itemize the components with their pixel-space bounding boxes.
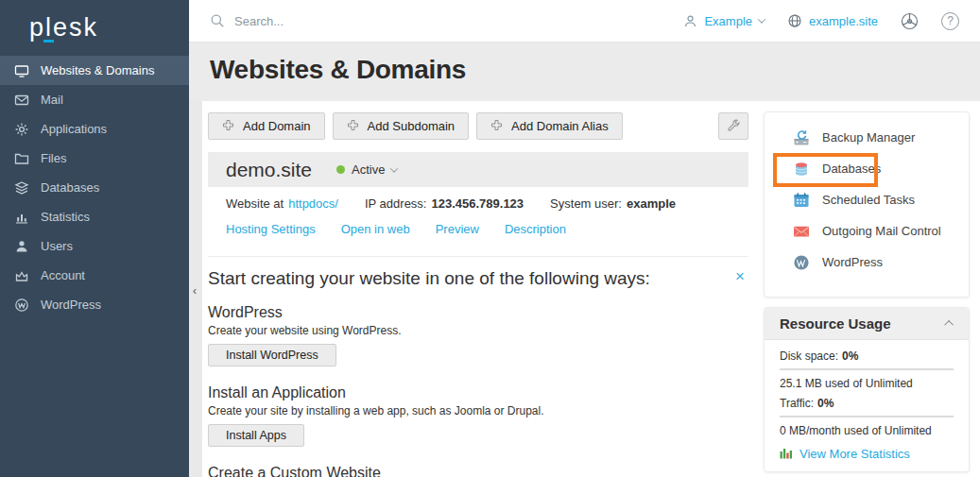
- mail-icon: [14, 93, 29, 108]
- domain-header: demo.site Active: [208, 152, 748, 187]
- bar-chart-icon: [14, 210, 29, 225]
- wordpress-section-heading: WordPress: [208, 304, 748, 321]
- site-link-label: example.site: [809, 14, 878, 28]
- gear-icon: [14, 122, 29, 137]
- add-domain-alias-button[interactable]: Add Domain Alias: [476, 112, 623, 140]
- website-at-label: Website at: [226, 196, 284, 212]
- view-more-statistics-link[interactable]: View More Statistics: [780, 446, 954, 462]
- logo-underscore-accent: [43, 40, 54, 43]
- resource-usage-header[interactable]: Resource Usage: [765, 308, 969, 340]
- sidebar-item-label: Databases: [41, 180, 99, 195]
- database-icon: [793, 161, 810, 178]
- sidebar-collapse-strip[interactable]: ‹: [189, 101, 202, 477]
- status-dot: [336, 165, 345, 174]
- search-icon: [210, 13, 225, 28]
- plus-icon: [222, 119, 234, 134]
- sidebar-item-databases[interactable]: Databases: [0, 173, 189, 202]
- sidebar-nav: Websites & Domains Mail Applications Fil…: [0, 56, 189, 319]
- add-domain-alias-label: Add Domain Alias: [511, 119, 609, 133]
- close-icon[interactable]: ×: [735, 264, 748, 284]
- domain-card: demo.site Active Website at httpdocs/ IP…: [208, 152, 748, 477]
- httpdocs-link[interactable]: httpdocs/: [288, 196, 338, 212]
- layers-icon: [14, 180, 29, 196]
- custom-website-section-heading: Create a Custom Website: [208, 465, 748, 477]
- ip-label: IP address:: [365, 196, 427, 212]
- outgoing-mail-label: Outgoing Mail Control: [822, 224, 941, 238]
- disk-space-progress-bar: [780, 368, 954, 370]
- traffic-progress-bar: [780, 416, 954, 417]
- sidebar-item-label: Mail: [41, 93, 63, 107]
- domain-status-dropdown[interactable]: Active: [336, 162, 397, 177]
- traffic-value: 0%: [817, 396, 834, 411]
- install-apps-button[interactable]: Install Apps: [208, 424, 304, 447]
- domain-info: Website at httpdocs/ IP address: 123.456…: [208, 187, 748, 248]
- add-subdomain-button[interactable]: Add Subdomain: [333, 112, 470, 140]
- domain-toolbar: Add Domain Add Subdomain Add Domain Alia…: [208, 112, 748, 140]
- domain-links-row: Hosting Settings Open in web Preview Des…: [226, 221, 731, 237]
- domain-name: demo.site: [226, 159, 312, 181]
- search-input[interactable]: [234, 14, 537, 28]
- databases-item[interactable]: Databases: [765, 153, 969, 184]
- install-wordpress-button[interactable]: Install WordPress: [208, 344, 336, 366]
- add-subdomain-label: Add Subdomain: [368, 119, 456, 133]
- sidebar-item-account[interactable]: Account: [0, 261, 189, 290]
- open-in-web-link[interactable]: Open in web: [341, 221, 410, 237]
- language-icon[interactable]: [901, 12, 919, 30]
- traffic-label: Traffic:: [780, 396, 814, 411]
- search-box[interactable]: [189, 13, 683, 28]
- page-title: Websites & Domains: [189, 43, 980, 85]
- sidebar-item-websites-domains[interactable]: Websites & Domains: [0, 56, 189, 85]
- sidebar-item-applications[interactable]: Applications: [0, 114, 189, 144]
- backup-manager-item[interactable]: Backup Manager: [765, 122, 969, 153]
- sidebar-item-wordpress[interactable]: WordPress: [0, 290, 189, 319]
- ip-value: 123.456.789.123: [431, 196, 524, 212]
- heading-band: Websites & Domains: [189, 43, 980, 101]
- sidebar-item-label: Applications: [41, 122, 107, 136]
- traffic-detail: 0 MB/month used of Unlimited: [780, 423, 954, 438]
- wordpress-item-label: WordPress: [822, 255, 883, 269]
- resource-usage-body: Disk space: 0% 25.1 MB used of Unlimited…: [765, 340, 969, 471]
- hosting-settings-link[interactable]: Hosting Settings: [226, 221, 316, 237]
- calendar-icon: [793, 192, 810, 209]
- plesk-logo[interactable]: plesk: [0, 0, 189, 43]
- disk-space-detail: 25.1 MB used of Unlimited: [780, 376, 954, 391]
- plus-icon: [490, 119, 503, 134]
- resource-usage-card: Resource Usage Disk space: 0% 25.1 MB us…: [764, 307, 970, 472]
- envelope-icon: [793, 223, 810, 240]
- preview-link[interactable]: Preview: [436, 221, 479, 237]
- tools-settings-button[interactable]: [718, 112, 748, 140]
- sidebar-item-users[interactable]: Users: [0, 231, 189, 261]
- wrench-icon: [727, 118, 741, 135]
- sidebar-item-statistics[interactable]: Statistics: [0, 202, 189, 231]
- sidebar-item-files[interactable]: Files: [0, 144, 189, 173]
- wordpress-item[interactable]: WordPress: [765, 247, 969, 278]
- add-domain-button[interactable]: Add Domain: [208, 112, 325, 140]
- wordpress-circle-icon: [793, 254, 810, 271]
- getting-started-title: Start creating your website in one of th…: [208, 268, 650, 289]
- install-wordpress-label: Install WordPress: [226, 349, 318, 362]
- topbar-actions: Example example.site ?: [683, 12, 980, 30]
- crown-icon: [14, 268, 29, 283]
- sidebar-item-label: Files: [41, 151, 66, 165]
- tools-card: Backup Manager Databases Scheduled Tasks…: [764, 111, 970, 298]
- user-menu[interactable]: Example: [683, 14, 765, 28]
- folder-icon: [14, 151, 29, 166]
- description-link[interactable]: Description: [505, 221, 566, 237]
- plesk-logo-text: plesk: [29, 13, 98, 42]
- databases-item-label: Databases: [822, 162, 881, 176]
- site-link[interactable]: example.site: [787, 13, 878, 28]
- getting-started-panel: Start creating your website in one of th…: [208, 256, 748, 477]
- install-app-section-desc: Create your site by installing a web app…: [208, 404, 748, 417]
- scheduled-tasks-item[interactable]: Scheduled Tasks: [765, 184, 969, 215]
- wordpress-section-desc: Create your website using WordPress.: [208, 324, 748, 337]
- sidebar-item-label: WordPress: [41, 298, 101, 312]
- help-glyph: ?: [947, 14, 954, 27]
- help-icon[interactable]: ?: [941, 12, 959, 30]
- user-icon: [683, 14, 697, 28]
- collapse-chevron-icon: ‹: [193, 284, 197, 298]
- globe-icon: [787, 13, 802, 28]
- install-app-section-heading: Install an Application: [208, 384, 748, 401]
- outgoing-mail-item[interactable]: Outgoing Mail Control: [765, 215, 969, 247]
- system-user-label: System user:: [550, 196, 622, 212]
- sidebar-item-mail[interactable]: Mail: [0, 85, 189, 114]
